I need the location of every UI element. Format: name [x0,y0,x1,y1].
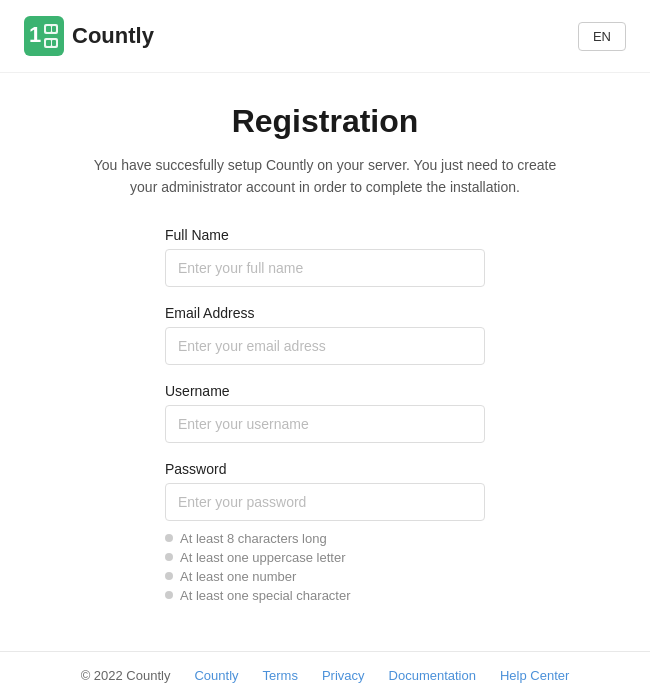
footer-link-help-center[interactable]: Help Center [500,668,569,683]
full-name-label: Full Name [165,227,485,243]
username-label: Username [165,383,485,399]
username-group: Username [165,383,485,443]
password-hint: At least 8 characters long [165,531,485,546]
page-title: Registration [232,103,419,140]
hint-dot-icon [165,591,173,599]
password-input[interactable] [165,483,485,521]
footer: © 2022 Countly Countly Terms Privacy Doc… [0,651,650,699]
hint-dot-icon [165,572,173,580]
logo-text: Countly [72,23,154,49]
password-hint: At least one special character [165,588,485,603]
svg-rect-6 [46,40,51,46]
password-hint: At least one number [165,569,485,584]
password-group: Password At least 8 characters longAt le… [165,461,485,603]
password-hints: At least 8 characters longAt least one u… [165,531,485,603]
password-label: Password [165,461,485,477]
password-hint: At least one uppercase letter [165,550,485,565]
hint-dot-icon [165,534,173,542]
svg-text:1: 1 [29,22,41,47]
logo-area: 1 Countly [24,16,154,56]
footer-link-documentation[interactable]: Documentation [389,668,476,683]
main-content: Registration You have succesfully setup … [0,73,650,651]
svg-rect-7 [52,40,56,46]
header: 1 Countly EN [0,0,650,73]
svg-rect-5 [52,26,56,32]
registration-form: Full Name Email Address Username Passwor… [165,227,485,621]
hint-dot-icon [165,553,173,561]
subtitle: You have succesfully setup Countly on yo… [85,154,565,199]
language-button[interactable]: EN [578,22,626,51]
email-label: Email Address [165,305,485,321]
footer-copyright: © 2022 Countly [81,668,171,683]
full-name-group: Full Name [165,227,485,287]
username-input[interactable] [165,405,485,443]
footer-link-privacy[interactable]: Privacy [322,668,365,683]
email-input[interactable] [165,327,485,365]
footer-link-terms[interactable]: Terms [263,668,298,683]
footer-link-countly[interactable]: Countly [194,668,238,683]
logo-icon: 1 [24,16,64,56]
full-name-input[interactable] [165,249,485,287]
svg-rect-4 [46,26,51,32]
email-group: Email Address [165,305,485,365]
